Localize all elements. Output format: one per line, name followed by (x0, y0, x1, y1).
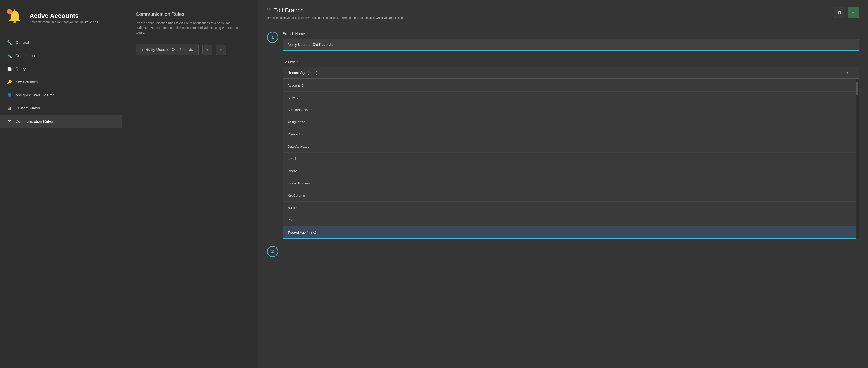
sidebar-item-communication-rules[interactable]: ✉ Communication Rules (0, 115, 122, 128)
mail-icon: ✉ (7, 119, 12, 124)
comm-rules-desc: Create communication rules to distribute… (135, 21, 244, 35)
dropdown-item-ignore-reason[interactable]: Ignore Reason (283, 177, 859, 189)
column-required-indicator: * (297, 60, 298, 65)
edit-panel-actions: 🗑 ✓ (834, 7, 859, 18)
column-select-container: Record Age (mins) ▼ (283, 67, 859, 79)
checkmark-icon: ✓ (852, 10, 855, 15)
sidebar-item-assigned-user-column[interactable]: 👤 Assigned User Column (0, 89, 122, 102)
dropdown-item-keycolumn[interactable]: KeyColumn (283, 189, 859, 201)
step-2-number: 2 (271, 249, 274, 254)
edit-branch-panel: ⑂ Edit Branch Branches help you distribu… (258, 0, 868, 368)
sidebar-title: Active Accounts (29, 12, 99, 20)
dropdown-item-name[interactable]: Name (283, 201, 859, 214)
branch-name-label: Branch Name * (283, 32, 859, 36)
column-dropdown-list: Account ID Activity Additional Notes Ass… (283, 79, 859, 239)
step-2-indicator: 2 (267, 246, 278, 257)
sidebar-item-label: Custom Fields (16, 106, 40, 111)
main-content: Communication Rules Create communication… (122, 0, 258, 368)
dropdown-item-record-age[interactable]: Record Age (mins) (283, 226, 859, 239)
dropdown-item-account-id[interactable]: Account ID (283, 79, 859, 92)
sidebar-item-label: Communication Rules (16, 119, 53, 124)
scrollbar-thumb (857, 82, 858, 95)
step-2-row: 2 (267, 246, 859, 257)
sidebar-item-label: Assigned User Column (16, 93, 55, 97)
comm-rules-panel: Communication Rules Create communication… (122, 0, 258, 368)
dropdown-item-created-on[interactable]: Created on (283, 128, 859, 140)
branch-name-label-text: Branch Name (283, 32, 305, 36)
dropdown-item-phone[interactable]: Phone (283, 214, 859, 226)
edit-panel-body: 1 Branch Name * Column * Record Age (min… (258, 25, 868, 368)
dropdown-scrollbar (856, 79, 859, 239)
step-1-number: 1 (271, 35, 274, 40)
dropdown-item-ignore[interactable]: Ignore (283, 165, 859, 177)
grid-icon: ▦ (7, 106, 12, 111)
sidebar-item-custom-fields[interactable]: ▦ Custom Fields (0, 102, 122, 115)
sidebar-item-general[interactable]: 🔧 General (0, 36, 122, 49)
edit-panel-title: ⑂ Edit Branch (267, 7, 405, 14)
column-selected-value: Record Age (mins) (287, 71, 318, 75)
confirm-button[interactable]: ✓ (848, 7, 859, 18)
column-select-display[interactable]: Record Age (mins) ▼ (283, 67, 859, 79)
dropdown-item-email[interactable]: Email (283, 153, 859, 165)
branch-name-input[interactable] (283, 39, 859, 51)
branch-add-button-1[interactable]: + (202, 45, 212, 55)
delete-button[interactable]: 🗑 (834, 7, 845, 18)
edit-branch-title-text: Edit Branch (273, 7, 304, 14)
branch-add-button-2[interactable]: + (216, 45, 226, 55)
chevron-down-icon: ▼ (846, 71, 849, 75)
sidebar-subtitle: Navigate to the section that you would l… (29, 20, 99, 24)
branch-p-icon: ρ (141, 48, 143, 52)
required-indicator: * (306, 32, 308, 36)
sidebar-item-connection[interactable]: 🔧 Connection (0, 49, 122, 62)
document-icon: 📄 (7, 66, 12, 72)
sidebar: Active Accounts Navigate to the section … (0, 0, 122, 368)
branch-row: ρ Notify Users of Old Records + + (135, 44, 244, 55)
step-1-indicator: 1 (267, 32, 278, 43)
dropdown-item-additional-notes[interactable]: Additional Notes (283, 104, 859, 116)
sidebar-title-wrap: Active Accounts Navigate to the section … (29, 12, 99, 24)
sidebar-item-label: Connection (16, 54, 35, 58)
sidebar-item-key-columns[interactable]: 🔑 Key Columns (0, 76, 122, 89)
dropdown-item-date-activated[interactable]: Date Activated (283, 140, 859, 153)
column-label-text: Column (283, 60, 295, 64)
branch-label: ρ Notify Users of Old Records (135, 44, 199, 55)
dropdown-item-activity[interactable]: Activity (283, 92, 859, 104)
wrench-icon-2: 🔧 (7, 53, 12, 58)
edit-panel-title-section: ⑂ Edit Branch Branches help you distribu… (267, 7, 405, 20)
sidebar-item-label: Query (16, 67, 26, 71)
edit-panel-header: ⑂ Edit Branch Branches help you distribu… (258, 0, 868, 25)
column-select-wrap: Record Age (mins) ▼ Account ID Activity … (283, 67, 859, 239)
edit-panel-subtitle: Branches help you distribute rows based … (267, 16, 405, 20)
key-icon: 🔑 (7, 80, 12, 85)
branch-name-section: 1 Branch Name * (267, 32, 859, 51)
sidebar-header: Active Accounts Navigate to the section … (0, 0, 122, 34)
branch-name-text: Notify Users of Old Records (145, 48, 193, 52)
branch-name-content: Branch Name * (283, 32, 859, 51)
wrench-icon: 🔧 (7, 40, 12, 45)
sidebar-nav: 🔧 General 🔧 Connection 📄 Query 🔑 Key Col… (0, 36, 122, 128)
dropdown-item-assigned-to[interactable]: Assigned to (283, 116, 859, 128)
sidebar-item-label: Key Columns (16, 80, 38, 84)
sidebar-item-label: General (16, 40, 29, 45)
branch-icon: ⑂ (267, 7, 271, 14)
svg-point-1 (13, 21, 16, 23)
sidebar-item-query[interactable]: 📄 Query (0, 62, 122, 76)
notification-dot (7, 9, 12, 14)
svg-point-0 (8, 11, 10, 12)
comm-rules-title: Communication Rules (135, 11, 244, 17)
trash-icon: 🗑 (838, 10, 842, 15)
column-label: Column * (283, 60, 859, 65)
person-icon: 👤 (7, 93, 12, 98)
bell-icon-wrap (7, 9, 25, 27)
